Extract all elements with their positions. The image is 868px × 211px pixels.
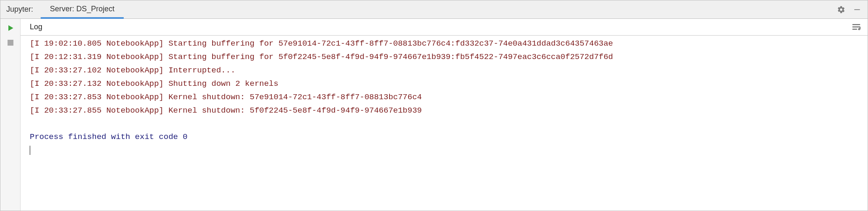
tool-window-header: Jupyter: Server: DS_Project	[0, 0, 868, 19]
minimize-icon[interactable]	[852, 5, 862, 14]
log-line: [I 20:33:27.132 NotebookApp] Shutting do…	[30, 77, 858, 91]
log-title: Log	[30, 23, 42, 31]
log-line: [I 20:33:27.102 NotebookApp] Interrupted…	[30, 64, 858, 77]
cursor-line	[30, 144, 858, 157]
text-cursor	[30, 146, 30, 155]
log-line: [I 19:02:10.805 NotebookApp] Starting bu…	[30, 37, 858, 51]
header-actions	[837, 5, 864, 14]
svg-rect-1	[852, 24, 860, 25]
run-icon[interactable]	[6, 24, 15, 32]
log-line: [I 20:33:27.853 NotebookApp] Kernel shut…	[30, 91, 858, 104]
soft-wrap-icon[interactable]	[852, 23, 861, 32]
content-column: Log [I 19:02:10.805 NotebookApp] Startin…	[21, 19, 868, 211]
log-line: Process finished with exit code 0	[30, 131, 858, 144]
jupyter-label: Jupyter:	[6, 5, 37, 14]
svg-rect-2	[852, 26, 860, 27]
log-line: [I 20:33:27.855 NotebookApp] Kernel shut…	[30, 104, 858, 118]
svg-rect-3	[852, 28, 857, 29]
gear-icon[interactable]	[837, 5, 846, 14]
tab-server[interactable]: Server: DS_Project	[41, 0, 124, 19]
log-header: Log	[21, 19, 868, 36]
tab-server-label: Server: DS_Project	[50, 5, 114, 13]
log-line: [I 20:12:31.319 NotebookApp] Starting bu…	[30, 51, 858, 64]
log-line	[30, 117, 858, 131]
gutter-toolbar	[0, 19, 21, 211]
tool-window-body: Log [I 19:02:10.805 NotebookApp] Startin…	[0, 19, 868, 211]
log-output[interactable]: [I 19:02:10.805 NotebookApp] Starting bu…	[21, 36, 868, 211]
stop-icon[interactable]	[8, 40, 13, 46]
